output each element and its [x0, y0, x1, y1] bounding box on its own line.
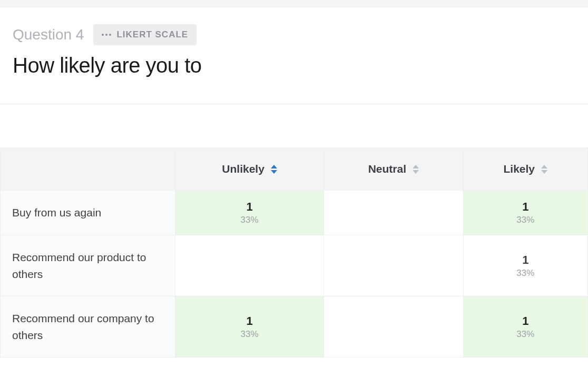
question-title: How likely are you to	[13, 54, 575, 77]
column-label: Unlikely	[222, 163, 264, 175]
sort-icon	[413, 165, 419, 174]
column-label: Neutral	[368, 163, 406, 175]
table-row: Buy from us again133%133%	[1, 191, 588, 235]
svg-marker-1	[271, 170, 277, 174]
row-label: Recommend our company to others	[1, 296, 175, 358]
results-table-wrap: Unlikely Neutral	[0, 104, 588, 358]
top-strip	[0, 0, 588, 7]
cell-count: 1	[181, 200, 318, 214]
data-cell: 133%	[463, 235, 587, 296]
cell-percent: 33%	[181, 329, 318, 340]
data-cell	[324, 235, 463, 296]
question-type-text: LIKERT SCALE	[116, 29, 188, 40]
sort-icon	[271, 165, 277, 174]
data-cell: 133%	[463, 296, 587, 358]
sort-icon	[541, 165, 547, 174]
data-cell	[324, 191, 463, 235]
cell-count: 1	[181, 314, 318, 328]
data-cell	[324, 296, 463, 358]
data-cell: 133%	[463, 191, 587, 235]
table-corner	[1, 148, 175, 191]
question-type-badge: LIKERT SCALE	[93, 24, 197, 45]
data-cell: 133%	[175, 296, 324, 358]
data-cell: 133%	[175, 191, 324, 235]
data-cell	[175, 235, 324, 296]
question-number: Question 4	[13, 26, 84, 43]
table-row: Recommend our product to others133%	[1, 235, 588, 296]
svg-marker-2	[413, 165, 419, 168]
cell-count: 1	[469, 253, 582, 267]
cell-percent: 33%	[469, 215, 582, 225]
svg-marker-0	[271, 165, 277, 168]
svg-marker-4	[541, 165, 547, 168]
cell-count: 1	[469, 314, 582, 328]
svg-marker-3	[413, 170, 419, 174]
table-row: Recommend our company to others133%133%	[1, 296, 588, 358]
cell-percent: 33%	[469, 329, 582, 340]
row-label: Recommend our product to others	[1, 235, 175, 296]
cell-count: 1	[469, 200, 582, 214]
column-header-unlikely[interactable]: Unlikely	[175, 148, 324, 191]
column-header-likely[interactable]: Likely	[463, 148, 587, 191]
likert-table: Unlikely Neutral	[0, 147, 588, 358]
question-meta: Question 4 LIKERT SCALE	[13, 24, 575, 45]
question-header: Question 4 LIKERT SCALE How likely are y…	[0, 7, 588, 104]
ellipsis-icon	[102, 34, 111, 36]
cell-percent: 33%	[469, 268, 582, 279]
column-header-neutral[interactable]: Neutral	[324, 148, 463, 191]
column-label: Likely	[503, 163, 535, 175]
cell-percent: 33%	[181, 215, 318, 225]
svg-marker-5	[541, 170, 547, 174]
row-label: Buy from us again	[1, 191, 175, 235]
